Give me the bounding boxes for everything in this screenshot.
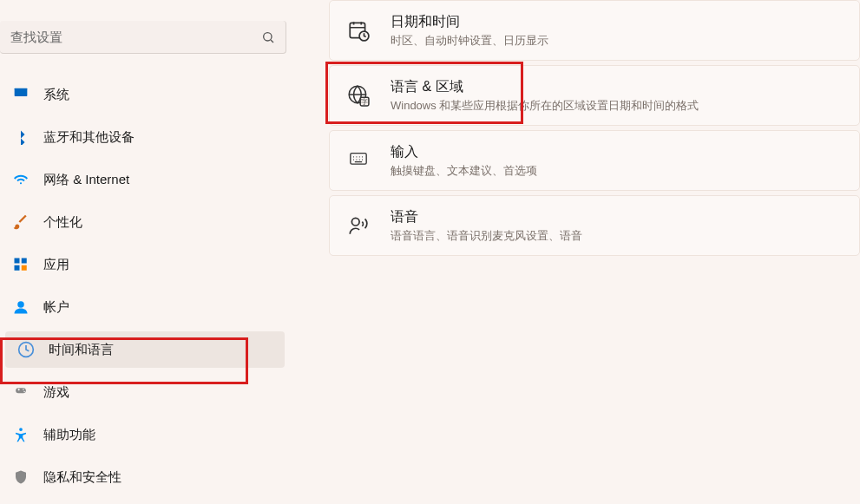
svg-line-1: [271, 40, 273, 43]
sidebar-item-accessibility[interactable]: 辅助功能: [0, 416, 286, 453]
sidebar-item-label: 时间和语言: [49, 342, 114, 358]
sidebar-item-label: 隐私和安全性: [43, 469, 121, 486]
brush-icon: [12, 213, 30, 231]
sidebar-item-privacy[interactable]: 隐私和安全性: [0, 459, 286, 495]
sidebar-item-apps[interactable]: 应用: [0, 246, 286, 283]
setting-text: 输入 触摸键盘、文本建议、首选项: [391, 143, 537, 179]
sidebar-item-label: 蓝牙和其他设备: [43, 129, 135, 146]
sidebar-item-gaming[interactable]: 游戏: [0, 374, 286, 410]
svg-point-10: [23, 389, 24, 390]
globe-clock-icon: [17, 341, 35, 358]
calendar-clock-icon: [347, 19, 370, 42]
sidebar-item-label: 系统: [43, 87, 69, 103]
svg-point-0: [264, 32, 272, 40]
setting-title: 日期和时间: [391, 13, 548, 31]
sidebar-item-bluetooth[interactable]: 蓝牙和其他设备: [0, 119, 286, 155]
sidebar-item-accounts[interactable]: 帐户: [0, 289, 286, 325]
svg-rect-5: [15, 265, 20, 271]
setting-card-input[interactable]: 输入 触摸键盘、文本建议、首选项: [329, 130, 860, 191]
svg-rect-2: [15, 88, 28, 96]
svg-point-19: [351, 218, 359, 226]
setting-desc: 语音语言、语音识别麦克风设置、语音: [391, 228, 582, 244]
sidebar-item-label: 个性化: [43, 214, 82, 231]
wifi-icon: [12, 171, 30, 188]
svg-rect-3: [15, 259, 20, 264]
nav-list: 系统 蓝牙和其他设备 网络 & Internet 个性化 应用: [0, 76, 286, 495]
sidebar-item-label: 应用: [43, 257, 69, 273]
display-icon: [12, 86, 30, 103]
sidebar: 系统 蓝牙和其他设备 网络 & Internet 个性化 应用: [0, 0, 286, 504]
svg-rect-9: [16, 388, 26, 393]
setting-card-speech[interactable]: 语音 语音语言、语音识别麦克风设置、语音: [329, 195, 860, 256]
search-box[interactable]: [0, 21, 286, 54]
svg-point-7: [17, 301, 24, 308]
svg-text:字: 字: [361, 98, 368, 106]
svg-rect-4: [22, 259, 27, 264]
svg-point-11: [23, 391, 25, 393]
globe-language-icon: 字: [347, 84, 370, 107]
gamepad-icon: [12, 383, 30, 401]
svg-point-12: [19, 428, 23, 431]
setting-text: 语音 语音语言、语音识别麦克风设置、语音: [391, 208, 582, 244]
sidebar-item-label: 辅助功能: [43, 427, 95, 443]
sidebar-item-system[interactable]: 系统: [0, 76, 286, 113]
setting-card-language-region[interactable]: 字 语言 & 区域 Windows 和某些应用根据你所在的区域设置日期和时间的格…: [329, 65, 860, 126]
setting-title: 输入: [391, 143, 537, 161]
svg-rect-6: [22, 265, 27, 271]
search-icon: [261, 30, 275, 44]
accessibility-icon: [12, 426, 30, 443]
setting-text: 语言 & 区域 Windows 和某些应用根据你所在的区域设置日期和时间的格式: [391, 78, 699, 114]
sidebar-item-time-language[interactable]: 时间和语言: [5, 331, 285, 368]
speech-icon: [347, 214, 370, 237]
main-content: 日期和时间 时区、自动时钟设置、日历显示 字 语言 & 区域 Windows 和…: [286, 0, 860, 504]
sidebar-item-personalization[interactable]: 个性化: [0, 204, 286, 240]
shield-icon: [12, 468, 30, 486]
setting-desc: Windows 和某些应用根据你所在的区域设置日期和时间的格式: [391, 98, 699, 114]
keyboard-icon: [347, 149, 370, 172]
search-input[interactable]: [10, 29, 261, 44]
setting-desc: 触摸键盘、文本建议、首选项: [391, 163, 537, 179]
setting-text: 日期和时间 时区、自动时钟设置、日历显示: [391, 13, 548, 49]
apps-icon: [12, 256, 30, 273]
bluetooth-icon: [12, 128, 30, 146]
setting-title: 语音: [391, 208, 582, 226]
setting-desc: 时区、自动时钟设置、日历显示: [391, 33, 548, 49]
sidebar-item-network[interactable]: 网络 & Internet: [0, 161, 286, 198]
setting-title: 语言 & 区域: [391, 78, 699, 96]
sidebar-item-label: 游戏: [43, 384, 69, 401]
sidebar-item-label: 帐户: [43, 299, 69, 316]
person-icon: [12, 298, 30, 316]
sidebar-item-label: 网络 & Internet: [43, 172, 129, 188]
setting-card-date-time[interactable]: 日期和时间 时区、自动时钟设置、日历显示: [329, 0, 860, 61]
